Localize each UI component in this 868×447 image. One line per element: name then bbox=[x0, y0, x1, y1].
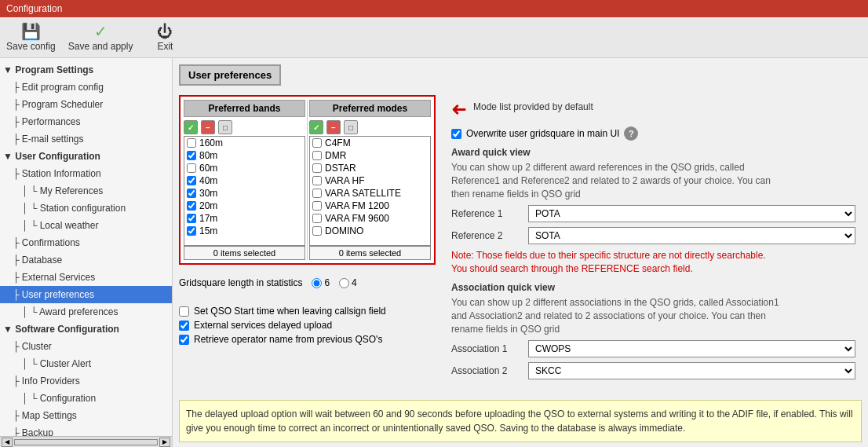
mode-checkbox[interactable] bbox=[312, 226, 322, 236]
checkbox-option-1[interactable]: External services delayed upload bbox=[179, 320, 436, 331]
help-icon[interactable]: ? bbox=[624, 126, 638, 141]
save-apply-button[interactable]: ✓ Save and apply bbox=[68, 24, 133, 52]
sidebar-item-program-scheduler[interactable]: ├ Program Scheduler bbox=[0, 96, 172, 113]
list-item[interactable]: C4FM bbox=[310, 137, 430, 149]
checkbox-option-0[interactable]: Set QSO Start time when leaving callsign… bbox=[179, 306, 436, 317]
band-checkbox[interactable] bbox=[187, 201, 196, 211]
list-item[interactable]: VARA FM 1200 bbox=[310, 200, 430, 212]
power-icon: ⏻ bbox=[157, 24, 173, 39]
list-item[interactable]: VARA HF bbox=[310, 174, 430, 187]
band-checkbox[interactable] bbox=[187, 163, 196, 173]
checkbox-label-1: External services delayed upload bbox=[194, 320, 332, 331]
list-item[interactable]: 60m bbox=[184, 162, 305, 174]
bands-deselect-btn[interactable]: − bbox=[201, 120, 215, 134]
ref1-label: Reference 1 bbox=[451, 208, 522, 219]
ref2-select[interactable]: SOTA POTA WWFF None bbox=[528, 227, 855, 244]
sidebar-item-info-providers[interactable]: ├ Info Providers bbox=[0, 372, 172, 390]
user-prefs-title: User preferences bbox=[179, 64, 281, 86]
save-config-button[interactable]: 💾 Save config bbox=[6, 24, 56, 52]
mode-checkbox[interactable] bbox=[312, 176, 322, 185]
list-item[interactable]: VARA SATELLITE bbox=[310, 187, 430, 200]
ref1-select[interactable]: POTA SOTA WWFF IOTA None bbox=[528, 205, 855, 222]
bands-toolbar: ✓ − □ bbox=[184, 119, 305, 136]
sidebar-item-edit-program-config[interactable]: ├ Edit program config bbox=[0, 79, 172, 96]
list-item[interactable]: DSTAR bbox=[310, 162, 430, 174]
gridsquare-label: Gridsquare length in statistics bbox=[179, 277, 302, 288]
radio-6-input[interactable] bbox=[312, 278, 322, 288]
sidebar-item-software-configuration[interactable]: ▼ Software Configuration bbox=[0, 321, 172, 338]
modes-deselect-btn[interactable]: − bbox=[326, 120, 341, 134]
mode-checkbox[interactable] bbox=[312, 201, 322, 211]
radio-6-label: 6 bbox=[324, 277, 330, 288]
sidebar-item-performances[interactable]: ├ Performances bbox=[0, 113, 172, 130]
list-item[interactable]: DOMINO bbox=[310, 225, 430, 237]
band-label: 20m bbox=[199, 200, 217, 211]
award-description: You can show up 2 different award refere… bbox=[451, 161, 781, 200]
radio-4-input[interactable] bbox=[339, 278, 349, 288]
list-item[interactable]: 20m bbox=[184, 200, 305, 212]
exit-button[interactable]: ⏻ Exit bbox=[145, 24, 184, 52]
sidebar-item-map-settings[interactable]: ├ Map Settings bbox=[0, 407, 172, 424]
user-prefs-container: User preferences Preferred bands ✓ − bbox=[179, 64, 862, 442]
sidebar-item-station-configuration[interactable]: │ └ Station configuration bbox=[0, 200, 172, 217]
panel-divider bbox=[307, 100, 308, 260]
scroll-right-btn[interactable]: ▶ bbox=[159, 438, 170, 447]
mode-checkbox[interactable] bbox=[312, 138, 322, 148]
band-checkbox[interactable] bbox=[187, 138, 196, 148]
checkbox-input-0[interactable] bbox=[179, 306, 189, 317]
checkbox-input-1[interactable] bbox=[179, 321, 189, 331]
bands-clear-btn[interactable]: □ bbox=[218, 120, 232, 134]
assoc2-select[interactable]: SKCC CWOPS FISTS None bbox=[528, 362, 855, 379]
overwrite-checkbox[interactable] bbox=[451, 129, 461, 139]
sidebar-item-configuration[interactable]: │ └ Configuration bbox=[0, 390, 172, 407]
mode-label: DMR bbox=[325, 150, 346, 161]
list-item[interactable]: 80m bbox=[184, 149, 305, 162]
sidebar-item-program-settings[interactable]: ▼ Program Settings bbox=[0, 61, 172, 79]
list-item[interactable]: 160m bbox=[184, 137, 305, 149]
band-checkbox[interactable] bbox=[187, 226, 196, 236]
band-checkbox[interactable] bbox=[187, 151, 196, 160]
sidebar-item-local-weather[interactable]: │ └ Local weather bbox=[0, 217, 172, 234]
gridsquare-section: Gridsquare length in statistics 6 4 bbox=[179, 277, 436, 288]
mode-checkbox[interactable] bbox=[312, 151, 322, 160]
checkbox-option-2[interactable]: Retrieve operator name from previous QSO… bbox=[179, 334, 436, 345]
modes-clear-btn[interactable]: □ bbox=[344, 120, 358, 134]
modes-select-all-btn[interactable]: ✓ bbox=[309, 120, 323, 134]
association-quick-view: Association quick view You can show up 2… bbox=[451, 282, 855, 379]
bands-select-all-btn[interactable]: ✓ bbox=[184, 120, 198, 134]
sidebar-item-database[interactable]: ├ Database bbox=[0, 251, 172, 269]
sidebar-item-my-references[interactable]: │ └ My References bbox=[0, 182, 172, 200]
radio-6[interactable]: 6 bbox=[312, 277, 330, 288]
overwrite-label: Overwrite user gridsquare in main UI bbox=[466, 128, 619, 139]
assoc1-select[interactable]: CWOPS SKCC FISTS None bbox=[528, 340, 855, 357]
sidebar-item-cluster-alert[interactable]: │ └ Cluster Alert bbox=[0, 355, 172, 372]
list-item[interactable]: 40m bbox=[184, 174, 305, 187]
list-item[interactable]: DMR bbox=[310, 149, 430, 162]
sidebar-item-user-preferences[interactable]: ├ User preferences bbox=[0, 286, 172, 303]
list-item[interactable]: VARA FM 9600 bbox=[310, 212, 430, 225]
sidebar-item-confirmations[interactable]: ├ Confirmations bbox=[0, 234, 172, 251]
band-checkbox[interactable] bbox=[187, 189, 196, 198]
band-checkbox[interactable] bbox=[187, 214, 196, 223]
checkbox-input-2[interactable] bbox=[179, 335, 189, 345]
sidebar-item-external-services[interactable]: ├ External Services bbox=[0, 269, 172, 286]
sidebar-item-station-information[interactable]: ├ Station Information bbox=[0, 165, 172, 182]
mode-checkbox[interactable] bbox=[312, 189, 322, 198]
list-item[interactable]: 30m bbox=[184, 187, 305, 200]
mode-checkbox[interactable] bbox=[312, 214, 322, 223]
list-item[interactable]: 17m bbox=[184, 212, 305, 225]
band-label: 15m bbox=[199, 225, 217, 236]
sidebar-item-award-preferences[interactable]: │ └ Award preferences bbox=[0, 303, 172, 321]
radio-4[interactable]: 4 bbox=[339, 277, 357, 288]
sidebar-item-email-settings[interactable]: ├ E-mail settings bbox=[0, 130, 172, 148]
save-apply-label: Save and apply bbox=[68, 41, 133, 52]
list-item[interactable]: 15m bbox=[184, 225, 305, 237]
mode-label: VARA FM 9600 bbox=[325, 213, 389, 224]
mode-checkbox[interactable] bbox=[312, 163, 322, 173]
sidebar-item-user-configuration[interactable]: ▼ User Configuration bbox=[0, 148, 172, 165]
sidebar-item-cluster[interactable]: ├ Cluster bbox=[0, 338, 172, 355]
band-label: 40m bbox=[199, 175, 217, 186]
award-note: Note: Those fields due to their specific… bbox=[451, 249, 781, 276]
scroll-left-btn[interactable]: ◀ bbox=[2, 438, 13, 447]
band-checkbox[interactable] bbox=[187, 176, 196, 185]
